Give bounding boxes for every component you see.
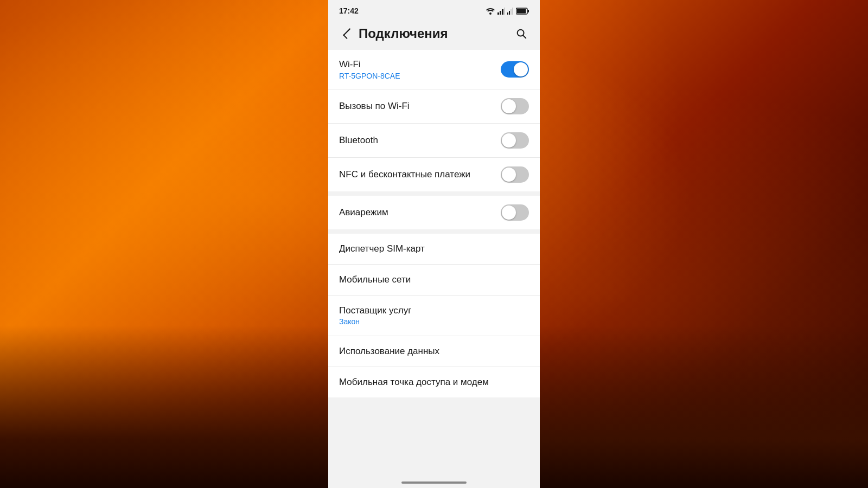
svg-rect-6 <box>509 11 510 15</box>
wifi-calls-item[interactable]: Вызовы по Wi-Fi <box>328 89 540 124</box>
back-chevron-icon <box>343 28 354 39</box>
mobile-networks-item[interactable]: Мобильные сети <box>328 265 540 296</box>
bluetooth-toggle[interactable] <box>501 132 529 149</box>
wifi-toggle[interactable] <box>501 61 529 78</box>
wifi-label: Wi-Fi <box>339 59 501 70</box>
wifi-sublabel: RT-5GPON-8CAE <box>339 72 501 80</box>
svg-rect-1 <box>497 12 499 15</box>
back-button[interactable] <box>337 24 356 43</box>
bluetooth-text: Bluetooth <box>339 134 501 146</box>
header-left: Подключения <box>337 24 448 43</box>
wifi-item[interactable]: Wi-Fi RT-5GPON-8CAE <box>328 50 540 89</box>
phone-screen: 17:42 <box>328 0 540 488</box>
bluetooth-item[interactable]: Bluetooth <box>328 124 540 158</box>
nfc-item[interactable]: NFC и бесконтактные платежи <box>328 158 540 191</box>
airplane-label: Авиарежим <box>339 207 501 219</box>
data-usage-item[interactable]: Использование данных <box>328 336 540 367</box>
svg-rect-3 <box>502 9 503 15</box>
service-provider-label: Поставщик услуг <box>339 305 411 316</box>
mobile-networks-label: Мобильные сети <box>339 274 411 285</box>
wifi-signal-icon <box>486 8 495 15</box>
nfc-text: NFC и бесконтактные платежи <box>339 169 501 181</box>
signal-bars2-icon <box>507 8 514 15</box>
signal-bars-icon <box>497 8 505 15</box>
svg-rect-4 <box>504 8 505 15</box>
search-icon <box>515 28 527 40</box>
hotspot-label: Мобильная точка доступа и модем <box>339 377 489 388</box>
page-header: Подключения <box>328 20 540 50</box>
data-usage-label: Использование данных <box>339 346 439 357</box>
section-nav: Диспетчер SIM-карт Мобильные сети Постав… <box>328 234 540 397</box>
settings-scroll[interactable]: Wi-Fi RT-5GPON-8CAE Вызовы по Wi-Fi Blue… <box>328 50 540 477</box>
svg-rect-11 <box>517 9 526 13</box>
service-provider-item[interactable]: Поставщик услуг Закон <box>328 296 540 336</box>
wifi-calls-toggle-thumb <box>502 99 516 113</box>
airplane-text: Авиарежим <box>339 207 501 219</box>
wifi-calls-text: Вызовы по Wi-Fi <box>339 100 501 112</box>
wifi-toggle-thumb <box>514 62 528 76</box>
status-icons <box>486 8 529 15</box>
page-title: Подключения <box>359 26 448 41</box>
svg-rect-2 <box>500 11 501 15</box>
svg-rect-8 <box>512 8 513 15</box>
home-bar <box>401 481 467 484</box>
airplane-item[interactable]: Авиарежим <box>328 196 540 229</box>
service-provider-text: Поставщик услуг Закон <box>339 305 411 326</box>
wifi-calls-label: Вызовы по Wi-Fi <box>339 100 501 112</box>
bluetooth-toggle-thumb <box>502 133 516 147</box>
svg-rect-10 <box>528 10 529 12</box>
nfc-toggle-thumb <box>502 168 516 182</box>
nfc-label: NFC и бесконтактные платежи <box>339 169 501 181</box>
nfc-toggle[interactable] <box>501 166 529 183</box>
service-provider-sublabel: Закон <box>339 317 411 326</box>
status-time: 17:42 <box>339 7 359 15</box>
search-button[interactable] <box>512 24 531 43</box>
status-bar: 17:42 <box>328 0 540 20</box>
sim-manager-label: Диспетчер SIM-карт <box>339 243 425 254</box>
airplane-toggle-thumb <box>502 206 516 220</box>
svg-rect-5 <box>507 12 508 15</box>
svg-line-13 <box>523 35 526 38</box>
wifi-calls-toggle[interactable] <box>501 98 529 114</box>
airplane-toggle[interactable] <box>501 204 529 221</box>
wifi-text: Wi-Fi RT-5GPON-8CAE <box>339 59 501 80</box>
svg-rect-7 <box>510 9 512 15</box>
hotspot-item[interactable]: Мобильная точка доступа и модем <box>328 367 540 397</box>
svg-point-0 <box>489 12 492 15</box>
section-connectivity: Wi-Fi RT-5GPON-8CAE Вызовы по Wi-Fi Blue… <box>328 50 540 191</box>
battery-icon <box>516 8 529 15</box>
section-airplane: Авиарежим <box>328 196 540 229</box>
bluetooth-label: Bluetooth <box>339 134 501 146</box>
sim-manager-item[interactable]: Диспетчер SIM-карт <box>328 234 540 265</box>
home-indicator <box>328 477 540 488</box>
